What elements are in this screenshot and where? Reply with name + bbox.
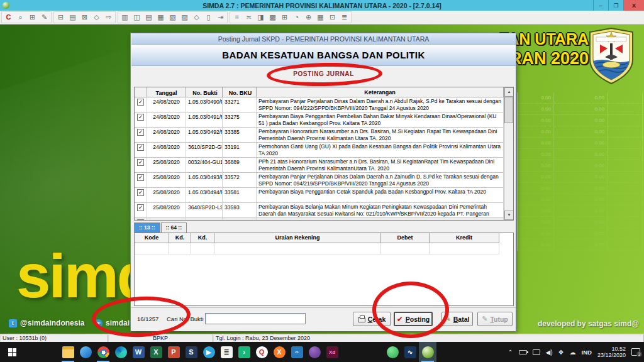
- s-app-taskbar-item[interactable]: S: [182, 342, 200, 362]
- onedrive-icon[interactable]: ☁: [570, 349, 576, 356]
- blue-swirl-app-taskbar-item[interactable]: [77, 342, 94, 362]
- dropbox-icon[interactable]: ❖: [558, 349, 564, 356]
- xd-taskbar-item[interactable]: Xd: [323, 342, 341, 362]
- doc-4-icon[interactable]: ▦: [155, 12, 167, 23]
- xampp-taskbar-item[interactable]: X: [270, 342, 288, 362]
- doc-2-icon[interactable]: ◫: [131, 12, 143, 23]
- vscode-taskbar-item[interactable]: ‹›: [288, 342, 306, 362]
- ghost-row: 0.000.00: [518, 206, 643, 217]
- network-icon[interactable]: [533, 349, 540, 355]
- row-checkbox[interactable]: ✓: [137, 174, 144, 181]
- volume-icon[interactable]: ◀): [546, 349, 553, 356]
- go-forward-icon[interactable]: ⇨: [103, 12, 114, 23]
- action-center-icon[interactable]: 3: [631, 348, 640, 356]
- button-label: Tutup: [490, 315, 508, 323]
- posting-button[interactable]: ✔Posting: [394, 312, 433, 326]
- ghost-cell: 0.00: [554, 194, 608, 205]
- tool-6-icon[interactable]: ◔: [291, 12, 303, 23]
- tool-3-icon[interactable]: ◨: [255, 12, 267, 23]
- row-checkbox[interactable]: ✓: [137, 99, 144, 106]
- journal-scrollbar[interactable]: ▲ ▼: [504, 87, 513, 220]
- journal-row[interactable]: ✓24/08/20201.05.03/0492/RP/2033385Pembay…: [135, 128, 504, 143]
- lock-icon[interactable]: ⊞: [26, 12, 38, 23]
- notes-app-taskbar-item[interactable]: ≣: [218, 342, 235, 362]
- row-checkbox[interactable]: ✓: [137, 114, 144, 121]
- doc-3-icon[interactable]: ▤: [143, 12, 155, 23]
- tool-9-icon[interactable]: ⊡: [326, 12, 338, 23]
- journal-row[interactable]: ✓25/08/20200032/404-GU12/PJK,36889PPh 21…: [135, 158, 504, 173]
- chrome-taskbar-item[interactable]: [94, 342, 112, 362]
- start-button[interactable]: [0, 342, 24, 362]
- word-taskbar-item[interactable]: W: [130, 342, 147, 362]
- journal-row[interactable]: ✓26/08/20200042 BP HONOR PPK00042 BP HON…: [135, 218, 504, 221]
- search-icon[interactable]: ⌕: [14, 12, 26, 23]
- search-no-bukti-input[interactable]: [205, 313, 306, 324]
- close-button[interactable]: X: [623, 0, 644, 11]
- row-checkbox[interactable]: ✓: [137, 219, 144, 221]
- doc-5-icon[interactable]: ▧: [167, 12, 179, 23]
- tab-1[interactable]: :: 13 ::: [134, 222, 160, 233]
- tool-1-icon[interactable]: ⌗: [231, 12, 243, 23]
- diamond-icon[interactable]: ◇: [91, 12, 103, 23]
- journal-date-cell: 24/08/2020: [147, 97, 186, 112]
- telegram-taskbar-item[interactable]: ▶: [200, 342, 218, 362]
- print-icon[interactable]: ⊟: [55, 12, 67, 23]
- tool-2-icon[interactable]: ≍: [243, 12, 255, 23]
- tool-10-icon[interactable]: ≣: [338, 12, 350, 23]
- tool-8-icon[interactable]: ▦: [314, 12, 326, 23]
- row-checkbox[interactable]: ✓: [137, 204, 144, 211]
- cetak-button[interactable]: Cetak: [353, 312, 391, 326]
- journal-row[interactable]: ✓24/08/20201.05.03/0490/PJ/20:33271Pemba…: [135, 97, 504, 112]
- tray-chevron-icon[interactable]: ⌃: [508, 349, 513, 356]
- journal-row[interactable]: ✓24/08/20203610/SP2D-GU/BKBP33191Permoho…: [135, 143, 504, 158]
- green-circle-app-taskbar-item[interactable]: [384, 342, 401, 362]
- tool-5-icon[interactable]: ⊞: [279, 12, 291, 23]
- minimize-button[interactable]: –: [593, 0, 608, 11]
- edit-icon[interactable]: ✎: [38, 12, 50, 23]
- journal-row[interactable]: ✓25/08/20201.05.03/0493/PJ/20:33572Pemba…: [135, 173, 504, 188]
- doc-7-icon[interactable]: ◇: [191, 12, 203, 23]
- row-checkbox[interactable]: ✓: [137, 159, 144, 166]
- scroll-down-icon[interactable]: ▼: [504, 211, 514, 220]
- simda-app-taskbar-item[interactable]: [419, 342, 436, 362]
- journal-row[interactable]: ✓25/08/20201.05.03/0494/RP/2033581Pembay…: [135, 188, 504, 203]
- pencil-icon: ✎: [482, 315, 487, 323]
- doc-9-icon[interactable]: ⇥: [214, 12, 226, 23]
- doc-6-icon[interactable]: ▨: [179, 12, 191, 23]
- ghost-row: 0.000.00: [518, 138, 643, 149]
- batal-button[interactable]: ✎Batal: [441, 312, 473, 326]
- scroll-thumb[interactable]: [504, 97, 513, 123]
- green-app-taskbar-item[interactable]: ›: [235, 342, 253, 362]
- purple-app-taskbar-item[interactable]: [306, 342, 323, 362]
- journal-row[interactable]: ✓25/08/20203640/SP2D-LS/BKBP/33593Pembay…: [135, 203, 504, 218]
- row-checkbox[interactable]: ✓: [137, 129, 144, 136]
- rekening-empty-row: [135, 243, 513, 255]
- tool-4-icon[interactable]: ▩: [267, 12, 279, 23]
- doc-1-icon[interactable]: ▥: [119, 12, 131, 23]
- print-setup-icon[interactable]: ⊠: [79, 12, 91, 23]
- file-explorer-taskbar-item[interactable]: [59, 342, 77, 362]
- toolbar-group: ▥◫▤▦▧▨◇▯⇥: [118, 11, 228, 23]
- journal-row[interactable]: ✓24/08/20201.05.03/0491/RP/2033275Pembay…: [135, 112, 504, 128]
- taskbar-apps: WXPS▶≣›QX‹›Xd: [59, 342, 341, 362]
- row-checkbox[interactable]: ✓: [137, 189, 144, 196]
- journal-bku-cell: 33385: [223, 128, 257, 143]
- tool-7-icon[interactable]: ⊕: [303, 12, 314, 23]
- language-indicator[interactable]: IND: [582, 349, 592, 356]
- doc-8-icon[interactable]: ▯: [203, 12, 214, 23]
- rekening-header-cell: Debet: [381, 233, 430, 243]
- refresh-icon[interactable]: C: [3, 12, 14, 23]
- toolbar-group: ⌗≍◨▩⊞◔⊕▦⊡≣: [230, 11, 352, 23]
- q-app-taskbar-item[interactable]: Q: [253, 342, 270, 362]
- battery-icon[interactable]: [519, 350, 527, 354]
- row-checkbox[interactable]: ✓: [137, 144, 144, 151]
- powerpoint-taskbar-item[interactable]: P: [165, 342, 182, 362]
- tab-2[interactable]: :: 64 ::: [161, 222, 187, 233]
- restore-button[interactable]: ❐: [608, 0, 623, 11]
- scroll-up-icon[interactable]: ▲: [504, 87, 514, 97]
- navy-app-taskbar-item[interactable]: ∿: [401, 342, 419, 362]
- excel-taskbar-item[interactable]: X: [147, 342, 165, 362]
- edge-taskbar-item[interactable]: [112, 342, 130, 362]
- print-preview-icon[interactable]: ▤: [67, 12, 79, 23]
- taskbar-clock[interactable]: 10.52 23/12/2020: [597, 346, 626, 358]
